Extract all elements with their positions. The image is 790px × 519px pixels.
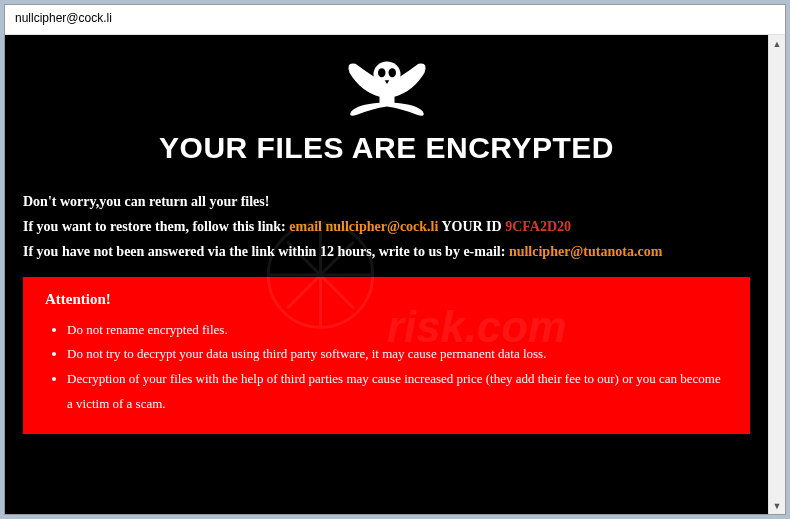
svg-rect-8 [393, 85, 396, 93]
svg-point-10 [388, 68, 396, 77]
attention-box: Attention! Do not rename encrypted files… [23, 277, 750, 435]
skull-icon-wrap [23, 49, 750, 123]
ransom-window: nullcipher@cock.li risk.com [4, 4, 786, 515]
backup-email-link[interactable]: nullcipher@tutanota.com [509, 244, 662, 259]
attention-item: Do not rename encrypted files. [67, 318, 728, 343]
attention-title: Attention! [45, 291, 728, 308]
your-id-label: YOUR ID [438, 219, 505, 234]
scroll-down-arrow-icon[interactable]: ▼ [769, 497, 785, 514]
pirate-skull-icon [342, 49, 432, 119]
victim-id: 9CFA2D20 [505, 219, 571, 234]
line-1: Don't worry,you can return all your file… [23, 189, 750, 214]
window-title: nullcipher@cock.li [15, 11, 112, 25]
svg-point-9 [378, 68, 386, 77]
attention-item: Do not try to decrypt your data using th… [67, 342, 728, 367]
attention-item: Decryption of your files with the help o… [67, 367, 728, 416]
contact-email-link[interactable]: email nullcipher@cock.li [289, 219, 438, 234]
line-2-prefix: If you want to restore them, follow this… [23, 219, 289, 234]
svg-rect-5 [379, 85, 382, 93]
line-2: If you want to restore them, follow this… [23, 214, 750, 239]
scroll-up-arrow-icon[interactable]: ▲ [769, 35, 785, 52]
window-titlebar[interactable]: nullcipher@cock.li [5, 5, 785, 35]
vertical-scrollbar[interactable]: ▲ ▼ [768, 35, 785, 514]
line-3: If you have not been answered via the li… [23, 239, 750, 264]
content-wrap: risk.com [5, 35, 785, 514]
ransom-content: risk.com [5, 35, 768, 514]
svg-rect-7 [388, 86, 391, 94]
line-3-prefix: If you have not been answered via the li… [23, 244, 509, 259]
message-body: Don't worry,you can return all your file… [23, 189, 750, 265]
attention-list: Do not rename encrypted files. Do not tr… [45, 318, 728, 417]
main-heading: YOUR FILES ARE ENCRYPTED [23, 131, 750, 165]
svg-rect-6 [384, 86, 387, 94]
